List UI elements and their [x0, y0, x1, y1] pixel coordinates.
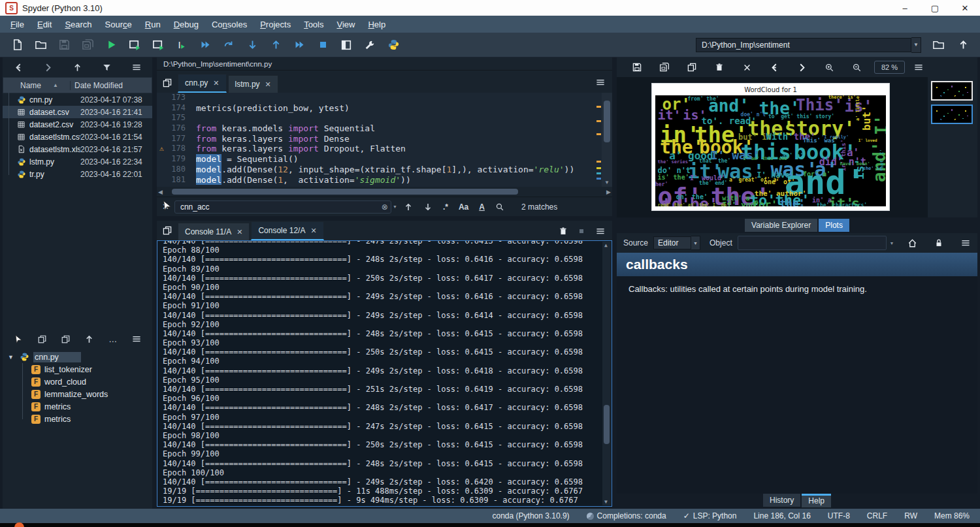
menu-help[interactable]: Help [361, 18, 392, 31]
plot-save-icon[interactable] [629, 59, 645, 75]
file-row[interactable]: dataset2.csv2023-04-16 19:28 [3, 118, 152, 131]
maximize-pane-icon[interactable] [338, 37, 354, 53]
editor-vertical-scrollbar[interactable]: ▼ [602, 93, 612, 187]
plot-thumbnail-2[interactable] [931, 104, 973, 124]
outline-follow-cursor-icon[interactable] [82, 331, 97, 347]
preferences-wrench-icon[interactable] [362, 37, 378, 53]
outline-item[interactable]: Fmetrics [3, 400, 152, 413]
files-back-icon[interactable] [10, 59, 26, 75]
help-options-icon[interactable] [960, 238, 971, 248]
help-source-select[interactable]: Editor [653, 236, 691, 249]
plot-remove-icon[interactable] [711, 59, 727, 75]
help-source-caret-icon[interactable]: ▼ [691, 236, 700, 250]
plot-zoom-in-icon[interactable] [821, 59, 837, 75]
editor-tab-lstm-py[interactable]: lstm.py✕ [228, 75, 278, 93]
console-tab[interactable]: Console 11/A✕ [178, 223, 250, 240]
outline-goto-cursor-icon[interactable] [10, 331, 26, 347]
find-whole-word-icon[interactable]: A [479, 202, 485, 212]
file-row[interactable]: tr.py2023-04-16 22:01 [3, 168, 152, 180]
editor-tab-cnn-py[interactable]: cnn.py✕ [178, 74, 227, 93]
plot-thumbnail-1[interactable] [931, 81, 973, 101]
save-icon[interactable] [56, 37, 72, 53]
plot-save-all-icon[interactable] [657, 59, 672, 75]
run-current-line-icon[interactable] [221, 37, 237, 53]
parent-directory-icon[interactable] [955, 37, 971, 53]
save-all-icon[interactable] [80, 37, 95, 53]
file-row[interactable]: datasetlstm.xlsx2023-04-16 21:57 [3, 143, 152, 155]
plot-zoom-out-icon[interactable] [849, 59, 864, 75]
find-input[interactable]: cnn_acc ⊗ [174, 200, 391, 214]
status-lsp[interactable]: ✓LSP: Python [683, 511, 737, 520]
outline-item[interactable]: Flemmatize_words [3, 388, 152, 400]
plot-remove-all-icon[interactable] [739, 59, 755, 75]
editor-horizontal-scrollbar[interactable]: ◀ ▶ [157, 187, 612, 197]
console-browse-tabs-icon[interactable] [162, 225, 172, 236]
console-output[interactable]: 140/140 [==============================]… [157, 240, 612, 507]
pane-tab-plots[interactable]: Plots [819, 219, 849, 232]
run-file-icon[interactable] [103, 37, 119, 53]
status-completions[interactable]: Completions: conda [587, 511, 666, 520]
pane-tab-variable-explorer[interactable]: Variable Explorer [745, 219, 817, 232]
menu-view[interactable]: View [331, 18, 362, 31]
find-regex-icon[interactable]: .* [443, 202, 448, 212]
stop-debug-icon[interactable] [315, 37, 331, 53]
browse-directory-icon[interactable] [930, 37, 946, 53]
open-file-icon[interactable] [33, 37, 48, 53]
find-previous-icon[interactable] [404, 202, 413, 212]
step-into-icon[interactable] [244, 37, 260, 53]
outline-item[interactable]: Flist_tokenizer [3, 363, 152, 375]
file-row[interactable]: cnn.py2023-04-17 07:38 [3, 93, 152, 106]
help-lock-icon[interactable] [934, 238, 943, 248]
browse-tabs-icon[interactable] [162, 78, 172, 88]
menu-debug[interactable]: Debug [167, 18, 205, 31]
find-next-icon[interactable] [423, 202, 433, 212]
new-file-icon[interactable] [9, 37, 25, 53]
menu-search[interactable]: Search [58, 18, 98, 31]
help-object-caret-icon[interactable]: ▼ [888, 241, 896, 246]
menu-edit[interactable]: Edit [31, 18, 58, 31]
files-parent-icon[interactable] [70, 59, 86, 75]
help-object-input[interactable] [738, 236, 887, 250]
file-row[interactable]: lstm.py2023-04-16 22:34 [3, 155, 152, 168]
run-cell-advance-icon[interactable] [150, 37, 166, 53]
files-forward-icon[interactable] [40, 59, 56, 75]
outline-item[interactable]: Fword_cloud [3, 375, 152, 388]
plot-previous-icon[interactable] [766, 59, 782, 75]
tab-close-icon[interactable]: ✕ [310, 227, 316, 235]
chevron-down-icon[interactable]: ▼ [8, 354, 16, 360]
outline-more-icon[interactable]: … [105, 331, 121, 347]
menu-run[interactable]: Run [139, 18, 167, 31]
outline-options-icon[interactable] [129, 331, 144, 347]
outline-item[interactable]: Fmetrics [3, 413, 152, 425]
code-editor[interactable]: 173174metrics(prediction_bow, ytest)1751… [157, 93, 612, 187]
menu-file[interactable]: File [4, 18, 31, 31]
console-remove-icon[interactable] [559, 227, 568, 236]
menu-source[interactable]: Source [99, 18, 139, 31]
restore-button[interactable]: ▢ [920, 0, 950, 16]
menu-tools[interactable]: Tools [297, 18, 330, 31]
files-col-name[interactable]: Name [20, 81, 41, 90]
menu-consoles[interactable]: Consoles [205, 18, 253, 31]
run-cell-icon[interactable] [127, 37, 142, 53]
hscroll-right-icon[interactable]: ▶ [605, 189, 612, 195]
find-case-icon[interactable]: Aa [459, 202, 468, 212]
close-button[interactable]: ✕ [950, 0, 980, 16]
editor-options-icon[interactable] [595, 77, 606, 88]
help-home-icon[interactable] [907, 238, 917, 248]
working-directory-combobox[interactable]: D:\Python_Imp\sentiment [696, 38, 911, 52]
outline-expand-all-icon[interactable] [57, 331, 73, 347]
tab-close-icon[interactable]: ✕ [265, 80, 271, 89]
find-search-icon[interactable] [495, 202, 504, 212]
files-options-icon[interactable] [129, 59, 144, 75]
console-scrollbar[interactable]: ▲ ▼ [602, 242, 611, 505]
run-selection-icon[interactable]: I [174, 37, 189, 53]
console-interrupt-icon[interactable] [578, 228, 585, 234]
file-row[interactable]: datasetlstm.csv2023-04-16 21:54 [3, 131, 152, 143]
outline-collapse-all-icon[interactable] [34, 331, 50, 347]
console-options-icon[interactable] [595, 226, 606, 236]
outline-root-item[interactable]: ▼cnn.py [3, 351, 152, 363]
debug-file-icon[interactable] [197, 37, 213, 53]
tab-close-icon[interactable]: ✕ [237, 228, 242, 236]
tab-close-icon[interactable]: ✕ [213, 79, 219, 88]
hscroll-left-icon[interactable]: ◀ [157, 189, 164, 195]
